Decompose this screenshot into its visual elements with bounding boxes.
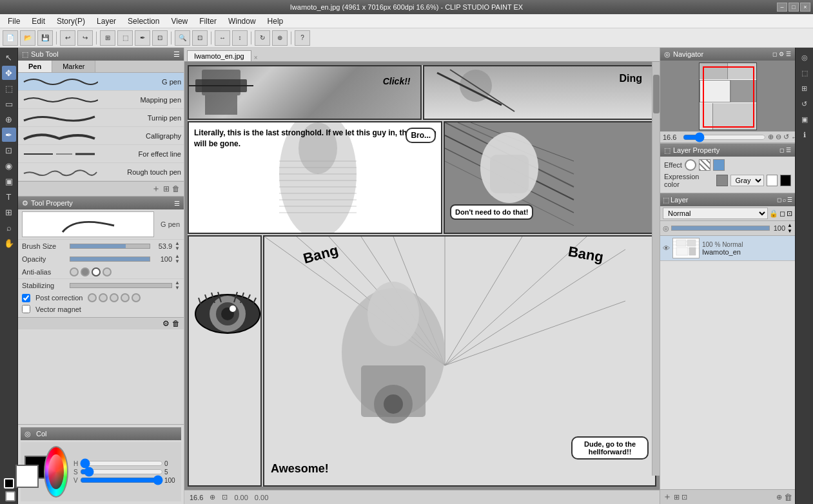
layer-visibility-eye[interactable]: 👁 xyxy=(663,244,670,252)
tool-cursor[interactable]: ↖ xyxy=(2,50,16,64)
brush-rough-touch[interactable]: Rough touch pen xyxy=(18,163,184,181)
lp-color-swatch[interactable] xyxy=(716,175,727,186)
nav-icon-3[interactable]: ☰ xyxy=(786,51,791,57)
rt-navigator-btn[interactable]: ◎ xyxy=(798,50,812,64)
brush-effect-line[interactable]: For effect line xyxy=(18,145,184,163)
minimize-button[interactable]: – xyxy=(777,3,787,12)
rt-info-btn[interactable]: ℹ xyxy=(798,128,812,142)
menu-window[interactable]: Window xyxy=(223,15,261,27)
layer-merge-icon[interactable]: ⊕ xyxy=(776,493,782,501)
rt-color-btn[interactable]: ⬚ xyxy=(798,66,812,80)
menu-filter[interactable]: Filter xyxy=(194,15,222,27)
canvas-tab-main[interactable]: Iwamoto_en.jpg xyxy=(187,50,251,61)
menu-story[interactable]: Story(P) xyxy=(52,15,90,27)
post-correction-checkbox[interactable] xyxy=(22,294,30,302)
brush-calligraphy[interactable]: Calligraphy xyxy=(18,127,184,145)
toolbar-help[interactable]: ? xyxy=(295,30,310,46)
background-color[interactable] xyxy=(5,491,15,501)
nav-icon-1[interactable]: ◻ xyxy=(772,51,777,57)
nav-rotate-btn[interactable]: ↺ xyxy=(783,133,789,141)
toolbar-save[interactable]: 💾 xyxy=(37,30,53,46)
canvas-vscroll-thumb[interactable] xyxy=(653,75,660,113)
layer-folder-icon[interactable]: ⊞ xyxy=(674,493,680,501)
antialias-dot-2[interactable] xyxy=(92,267,101,276)
tool-frame[interactable]: ⊞ xyxy=(2,205,16,219)
brush-mapping-pen[interactable]: Mapping pen xyxy=(18,91,184,109)
rt-layer-btn[interactable]: ⊞ xyxy=(798,81,812,95)
layer-expand-icon[interactable]: ◻ xyxy=(777,197,781,203)
brush-size-slider[interactable] xyxy=(70,244,150,249)
s-slider[interactable] xyxy=(80,469,163,474)
tool-lasso[interactable]: ⬚ xyxy=(2,81,16,95)
menu-file[interactable]: File xyxy=(3,15,25,27)
lp-effect-pattern[interactable] xyxy=(699,159,710,171)
background-swatch[interactable] xyxy=(15,465,39,488)
toolbar-rotate[interactable]: ↻ xyxy=(255,30,270,46)
nav-zoom-out-btn[interactable]: ⊖ xyxy=(776,133,781,141)
tool-eraser[interactable]: ⊡ xyxy=(2,143,16,157)
status-fit-icon[interactable]: ⊡ xyxy=(222,493,228,501)
stabilizing-slider[interactable] xyxy=(70,283,172,288)
rt-material-btn[interactable]: ▣ xyxy=(798,112,812,126)
stabilizing-down[interactable]: ▼ xyxy=(175,286,180,291)
window-controls[interactable]: – □ × xyxy=(777,3,810,12)
antialias-dot-0[interactable] xyxy=(70,267,79,276)
opacity-down[interactable]: ▼ xyxy=(175,259,180,264)
brush-turnip-pen[interactable]: Turnip pen xyxy=(18,109,184,127)
tool-hand[interactable]: ✋ xyxy=(2,236,16,250)
toolbar-new[interactable]: 📄 xyxy=(3,30,18,46)
tab-marker[interactable]: Marker xyxy=(52,61,95,72)
postcorr-dot-0[interactable] xyxy=(88,293,97,302)
toolbar-undo[interactable]: ↩ xyxy=(60,30,75,46)
toolbar-flip-v[interactable]: ↕ xyxy=(232,30,248,46)
tool-move[interactable]: ✥ xyxy=(2,66,16,80)
brush-size-down[interactable]: ▼ xyxy=(175,246,180,251)
nav-icon-2[interactable]: ⚙ xyxy=(779,51,784,57)
v-slider[interactable] xyxy=(80,478,163,483)
toolprop-menu-icon[interactable]: ☰ xyxy=(174,200,180,207)
nav-thumbnail[interactable] xyxy=(660,61,795,131)
blend-mode-select[interactable]: Normal xyxy=(663,208,768,219)
layer-new-icon[interactable]: ＋ xyxy=(663,491,672,503)
toolbar-snap[interactable]: ⊕ xyxy=(272,30,288,46)
toolprop-settings-icon[interactable]: ⚙ xyxy=(162,319,170,328)
toolbar-transform[interactable]: ⊞ xyxy=(100,30,115,46)
lp-color-select[interactable]: Gray xyxy=(730,175,764,186)
vector-magnet-checkbox[interactable] xyxy=(22,305,30,313)
lp-black-swatch[interactable] xyxy=(780,175,791,186)
menu-layer[interactable]: Layer xyxy=(92,15,121,27)
layer-search-icon[interactable]: ⌕ xyxy=(783,197,786,203)
postcorr-dot-3[interactable] xyxy=(121,293,130,302)
nav-zoom-in-btn[interactable]: ⊕ xyxy=(768,133,774,141)
tool-select-rect[interactable]: ▭ xyxy=(2,97,16,111)
postcorr-dot-2[interactable] xyxy=(110,293,119,302)
layer-opacity-down[interactable]: ▼ xyxy=(787,228,792,234)
menu-help[interactable]: Help xyxy=(262,15,289,27)
postcorr-dot-4[interactable] xyxy=(132,293,141,302)
nav-zoom-slider[interactable] xyxy=(683,135,766,140)
brush-g-pen[interactable]: G pen xyxy=(18,73,184,91)
maximize-button[interactable]: □ xyxy=(789,3,799,12)
lp-effect-blue[interactable] xyxy=(713,159,725,171)
toolbar-eraser[interactable]: ⊡ xyxy=(152,30,168,46)
layer-alpha-lock-icon[interactable]: ◻ xyxy=(779,209,785,218)
subtool-menu-icon[interactable]: ☰ xyxy=(173,50,180,59)
menu-view[interactable]: View xyxy=(166,15,193,27)
canvas-wrapper[interactable]: Click!! Ding xyxy=(184,62,660,490)
antialias-dot-3[interactable] xyxy=(103,267,112,276)
color-wheel[interactable] xyxy=(44,446,68,498)
toolbar-select[interactable]: ⬚ xyxy=(117,30,133,46)
foreground-color[interactable] xyxy=(4,478,14,489)
layerprop-expand-icon[interactable]: ◻ xyxy=(779,147,784,153)
layer-opacity-up[interactable]: ▲ xyxy=(787,222,792,228)
lp-effect-circle[interactable] xyxy=(685,159,696,171)
subtool-duplicate-icon[interactable]: ⊞ xyxy=(163,184,170,193)
toolbar-fit[interactable]: ⊡ xyxy=(192,30,208,46)
tool-text[interactable]: T xyxy=(2,189,16,204)
antialias-dot-1[interactable] xyxy=(81,267,90,276)
toolbar-flip-h[interactable]: ↔ xyxy=(215,30,230,46)
tool-eyedropper[interactable]: ⊕ xyxy=(2,112,16,126)
layer-opacity-arrows[interactable]: ▲ ▼ xyxy=(787,222,792,234)
toolbar-zoom-in[interactable]: 🔍 xyxy=(175,30,190,46)
toolbar-open[interactable]: 📂 xyxy=(20,30,35,46)
